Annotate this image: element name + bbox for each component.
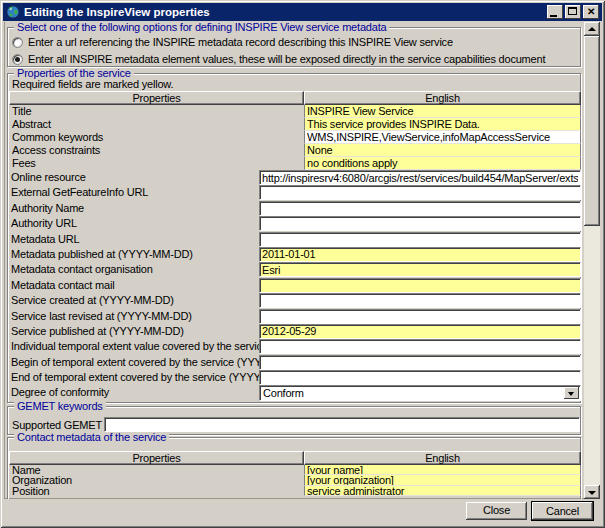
- scroll-up-button[interactable]: [584, 22, 600, 36]
- contact-table-header: Properties English: [9, 451, 581, 465]
- service-properties-group: Properties of the service Required field…: [7, 73, 581, 403]
- radio-option-url[interactable]: Enter a url referencing the INSPIRE meta…: [12, 36, 453, 48]
- field-row: External GetFeatureInfo URL: [9, 185, 581, 200]
- authority-url-input[interactable]: [259, 216, 581, 231]
- metadata-options-legend: Select one of the following options for …: [14, 22, 389, 33]
- field-row: Begin of temporal extent covered by the …: [9, 355, 581, 370]
- metadata-published-input[interactable]: [259, 247, 581, 262]
- fees-value-cell[interactable]: no conditions apply: [304, 157, 581, 170]
- column-header-properties: Properties: [9, 91, 304, 105]
- field-row: Metadata contact organisation: [9, 262, 581, 277]
- field-row: Degree of conformity Conform: [9, 385, 581, 400]
- radio-option-url-label: Enter a url referencing the INSPIRE meta…: [28, 36, 453, 48]
- globe-icon: [6, 5, 20, 19]
- field-row: End of temporal extent covered by the se…: [9, 370, 581, 385]
- common-keywords-value-cell[interactable]: WMS,INSPIRE,ViewService,infoMapAccessSer…: [304, 131, 581, 144]
- abstract-value-cell[interactable]: This service provides INSPIRE Data.: [304, 118, 581, 131]
- service-published-input[interactable]: [259, 324, 581, 339]
- field-row: Service last revised at (YYYY-MM-DD): [9, 309, 581, 324]
- field-row: Metadata URL: [9, 232, 581, 247]
- field-row: Individual temporal extent value covered…: [9, 339, 581, 354]
- column-header-english: English: [304, 451, 581, 465]
- online-resource-input[interactable]: [259, 170, 581, 185]
- radio-option-elements[interactable]: Enter all INSPIRE metadata element value…: [12, 53, 545, 65]
- degree-of-conformity-value: Conform: [263, 387, 304, 399]
- degree-of-conformity-select[interactable]: Conform: [259, 385, 581, 401]
- row-label: Online resource: [11, 170, 86, 185]
- minimize-button[interactable]: [547, 5, 563, 19]
- field-row: Authority URL: [9, 216, 581, 231]
- begin-temporal-extent-input[interactable]: [259, 355, 581, 370]
- contact-name-cell[interactable]: [your name]: [304, 465, 581, 475]
- contact-rows: Name [your name] Organization [your orga…: [9, 465, 581, 496]
- row-label: Organization: [9, 475, 304, 485]
- minimize-icon: [550, 15, 557, 17]
- contact-organization-cell[interactable]: [your organization]: [304, 475, 581, 485]
- contact-group: Contact metadata of the service Properti…: [7, 437, 581, 499]
- table-row: Access constraints None: [9, 144, 581, 157]
- row-label: Service published at (YYYY-MM-DD): [11, 324, 184, 339]
- radio-option-elements-label: Enter all INSPIRE metadata element value…: [28, 53, 545, 65]
- access-constraints-value-cell[interactable]: None: [304, 144, 581, 157]
- field-row: Service created at (YYYY-MM-DD): [9, 293, 581, 308]
- row-label: Title: [9, 105, 304, 118]
- individual-temporal-extent-input[interactable]: [259, 339, 581, 354]
- close-window-button[interactable]: ✕: [583, 5, 599, 19]
- end-temporal-extent-input[interactable]: [259, 370, 581, 385]
- vertical-scrollbar[interactable]: [584, 22, 600, 499]
- row-label: Authority URL: [11, 216, 77, 231]
- field-row: Service published at (YYYY-MM-DD): [9, 324, 581, 339]
- row-label: Abstract: [9, 118, 304, 131]
- row-label: Access constraints: [9, 144, 304, 157]
- row-label: Service created at (YYYY-MM-DD): [11, 293, 174, 308]
- close-button[interactable]: Close: [466, 502, 527, 520]
- row-label: External GetFeatureInfo URL: [11, 185, 148, 200]
- arrow-up-icon: [588, 27, 596, 31]
- content-viewport: Select one of the following options for …: [4, 22, 584, 499]
- column-header-properties: Properties: [9, 451, 304, 465]
- table-row: Organization [your organization]: [9, 475, 581, 485]
- maximize-button[interactable]: [565, 5, 581, 19]
- gemet-legend: GEMET keywords: [14, 401, 106, 412]
- row-label: Degree of conformity: [11, 385, 109, 400]
- dialog-window: Editing the InspireView properties ✕ Sel…: [0, 0, 605, 528]
- metadata-contact-organisation-input[interactable]: [259, 262, 581, 277]
- scrollbar-thumb[interactable]: [584, 36, 600, 226]
- row-label: Position: [9, 486, 304, 496]
- row-label: Common keywords: [9, 131, 304, 144]
- service-created-input[interactable]: [259, 293, 581, 308]
- row-label: Metadata published at (YYYY-MM-DD): [11, 247, 193, 262]
- authority-name-input[interactable]: [259, 201, 581, 216]
- contact-position-cell[interactable]: service administrator: [304, 486, 581, 496]
- scroll-down-button[interactable]: [584, 485, 600, 499]
- dropdown-button[interactable]: [564, 387, 579, 399]
- title-value-cell[interactable]: INSPIRE View Service: [304, 105, 581, 118]
- external-getfeatureinfo-url-input[interactable]: [259, 185, 581, 200]
- radio-selected-icon[interactable]: [12, 54, 23, 65]
- row-label: Metadata URL: [11, 232, 80, 247]
- contact-legend: Contact metadata of the service: [14, 432, 169, 443]
- table-row: Position service administrator: [9, 486, 581, 496]
- row-label: Fees: [9, 157, 304, 170]
- table-row: Title INSPIRE View Service: [9, 105, 581, 118]
- field-row: Metadata contact mail: [9, 278, 581, 293]
- field-row: Authority Name: [9, 201, 581, 216]
- metadata-contact-mail-input[interactable]: [259, 278, 581, 293]
- cancel-button[interactable]: Cancel: [531, 501, 594, 521]
- metadata-url-input[interactable]: [259, 232, 581, 247]
- radio-icon[interactable]: [12, 37, 23, 48]
- title-bar[interactable]: Editing the InspireView properties ✕: [3, 3, 602, 21]
- properties-field-rows: Online resource External GetFeatureInfo …: [9, 170, 581, 401]
- close-icon: ✕: [583, 5, 599, 19]
- arrow-down-icon: [588, 491, 596, 495]
- row-label: Metadata contact organisation: [11, 262, 153, 277]
- row-label: Authority Name: [11, 201, 84, 216]
- row-label: Name: [9, 465, 304, 475]
- window-title: Editing the InspireView properties: [24, 6, 210, 18]
- service-last-revised-input[interactable]: [259, 309, 581, 324]
- supported-gemet-themes-input[interactable]: [104, 417, 580, 432]
- table-row: Fees no conditions apply: [9, 157, 581, 170]
- required-fields-note: Required fields are marked yellow.: [12, 78, 173, 90]
- properties-table-header: Properties English: [9, 91, 581, 105]
- table-row: Common keywords WMS,INSPIRE,ViewService,…: [9, 131, 581, 144]
